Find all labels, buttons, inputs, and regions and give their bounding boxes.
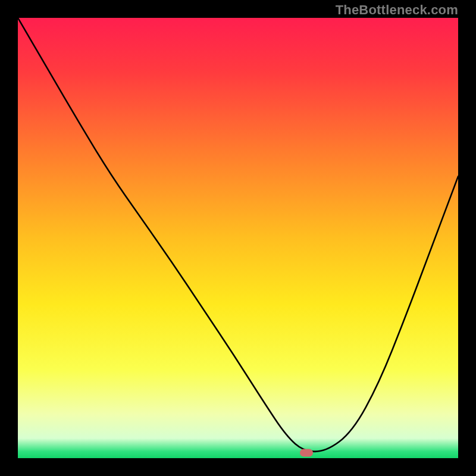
watermark-text: TheBottleneck.com xyxy=(336,2,458,18)
plot-area xyxy=(18,18,458,458)
chart-frame: TheBottleneck.com xyxy=(0,0,476,476)
bottleneck-curve xyxy=(18,18,458,458)
optimal-marker xyxy=(300,449,313,457)
